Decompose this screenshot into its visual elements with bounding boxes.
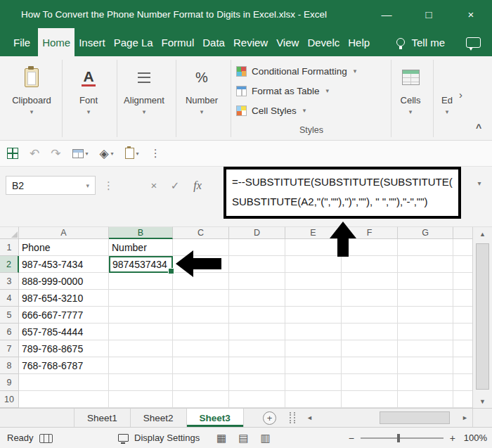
cell[interactable] [173,391,229,408]
cell[interactable] [453,290,472,307]
cell[interactable] [398,273,453,290]
cell[interactable] [173,290,229,307]
cell[interactable] [342,273,398,290]
cell[interactable] [453,307,472,324]
sheet-tab-sheet3[interactable]: Sheet3 [187,409,244,427]
cell[interactable] [285,391,342,408]
insert-function-button[interactable]: fx [188,176,207,195]
sheet-tab-sheet1[interactable]: Sheet1 [74,409,131,427]
cell[interactable] [229,324,285,340]
row-header[interactable]: 1 [0,239,19,256]
ribbon-scroll-right-icon[interactable]: › [459,89,462,101]
column-header-c[interactable]: C [173,226,229,239]
cell[interactable]: 987-654-3210 [19,290,109,307]
cell[interactable] [229,290,285,307]
cell[interactable] [229,391,285,408]
row-header[interactable]: 9 [0,374,19,391]
cell[interactable] [229,239,285,256]
tab-help[interactable]: Help [344,28,374,56]
zoom-in-button[interactable]: + [450,433,455,444]
cancel-button[interactable]: × [145,176,163,195]
cell[interactable] [285,357,342,374]
horizontal-scrollbar-track[interactable] [317,409,458,427]
row-header[interactable]: 4 [0,290,19,307]
cell[interactable]: 666-667-7777 [19,307,109,324]
row-header[interactable]: 2 [0,256,19,273]
cell[interactable]: 888-999-0000 [19,273,109,290]
expand-formula-bar-icon[interactable]: ▾ [471,179,488,187]
cell[interactable] [19,391,109,408]
cell[interactable] [173,374,229,391]
cell[interactable] [398,340,453,357]
minimize-button[interactable]: — [365,0,408,28]
cell[interactable] [229,273,285,290]
name-box[interactable]: B2 ▾ [6,176,96,195]
scroll-down-icon[interactable]: ▼ [473,395,492,408]
cell[interactable] [398,391,453,408]
new-sheet-button[interactable]: + [263,411,276,425]
cell[interactable] [19,374,109,391]
tab-view[interactable]: View [272,28,303,56]
cell[interactable] [453,374,472,391]
cell[interactable]: 768-768-6787 [19,357,109,374]
column-header-d[interactable]: D [229,226,285,239]
paste-tool-button[interactable]: ▾ [125,148,139,159]
cell[interactable] [285,340,342,357]
cell[interactable] [398,357,453,374]
cell[interactable] [285,307,342,324]
cell[interactable] [229,357,285,374]
cell[interactable] [398,239,453,256]
tab-developer[interactable]: Develc [303,28,344,56]
vertical-scrollbar[interactable]: ▲ ▼ [472,226,492,408]
workbook-stats-button[interactable] [7,148,18,159]
cell[interactable] [109,340,173,357]
cell[interactable] [453,324,472,340]
tab-formulas[interactable]: Formul [157,28,199,56]
formula-input[interactable]: =--SUBSTITUTE(SUBSTITUTE(SUBSTITUTE( SUB… [224,167,461,219]
cell[interactable] [173,324,229,340]
row-header[interactable]: 8 [0,357,19,374]
editing-group-button[interactable]: Ed ▾ [434,60,460,115]
cell[interactable]: 657-785-4444 [19,324,109,340]
comments-icon[interactable] [466,37,481,48]
zoom-slider-thumb[interactable] [397,434,400,442]
cell[interactable] [453,239,472,256]
close-button[interactable]: × [450,0,492,28]
cell[interactable]: 987-453-7434 [19,256,109,273]
horizontal-scrollbar[interactable]: ◄ ► [302,409,472,427]
row-header[interactable]: 3 [0,273,19,290]
cell[interactable] [342,290,398,307]
clipboard-group-button[interactable]: Clipboard ▾ [4,60,59,115]
accessibility-icon[interactable] [39,434,53,443]
cell[interactable] [285,273,342,290]
customize-quick-access-button[interactable]: ⋮ [150,147,161,160]
scroll-up-icon[interactable]: ▲ [473,227,492,241]
scroll-left-icon[interactable]: ◄ [302,409,317,427]
cell[interactable] [109,324,173,340]
collapse-ribbon-button[interactable]: ^ [470,122,488,134]
cell[interactable]: Phone [19,239,109,256]
table-tool-button[interactable]: ▾ [72,149,89,158]
tab-review[interactable]: Review [229,28,272,56]
cell[interactable] [229,374,285,391]
cell[interactable] [342,391,398,408]
zoom-out-button[interactable]: − [349,433,354,444]
enter-button[interactable]: ✓ [166,176,184,195]
maximize-button[interactable]: □ [408,0,450,28]
cell[interactable] [173,340,229,357]
cell[interactable] [109,307,173,324]
cells-group-button[interactable]: Cells ▾ [391,60,430,115]
tab-home[interactable]: Home [38,28,75,56]
row-header[interactable]: 7 [0,340,19,357]
cell[interactable] [398,256,453,273]
cell[interactable] [285,256,342,273]
alignment-group-button[interactable]: Alignment ▾ [118,60,170,115]
cell[interactable] [398,324,453,340]
sheet-tab-sheet2[interactable]: Sheet2 [131,409,187,427]
row-header[interactable]: 5 [0,307,19,324]
row-header[interactable]: 6 [0,324,19,340]
cell[interactable] [109,357,173,374]
zoom-level-label[interactable]: 100% [462,433,487,443]
display-settings-button[interactable]: Display Settings [118,428,200,448]
cell[interactable] [398,374,453,391]
